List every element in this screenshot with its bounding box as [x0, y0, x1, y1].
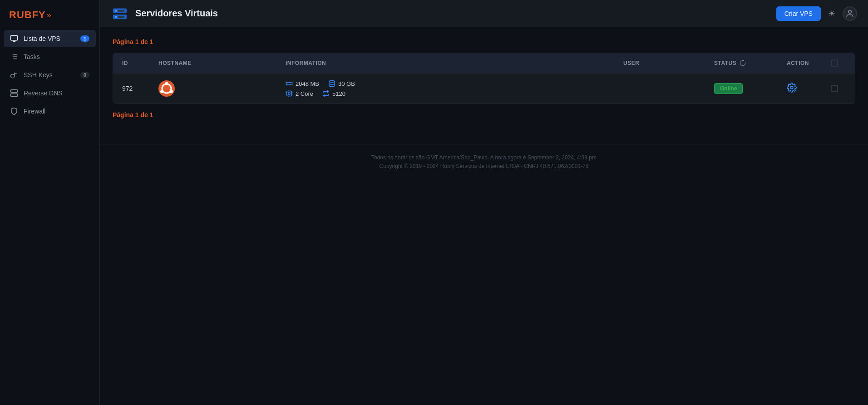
- ram-icon: [286, 80, 293, 87]
- user-avatar[interactable]: [843, 6, 857, 21]
- cell-id: 972: [122, 85, 158, 92]
- svg-point-23: [165, 82, 168, 85]
- logo-text: RUBFY: [9, 9, 46, 21]
- col-action: ACTION: [787, 60, 823, 66]
- svg-point-9: [11, 74, 15, 78]
- info-row-bottom: 2 Core 5120: [286, 90, 623, 97]
- page-header: Servidores Virtuais Criar VPS ☀: [100, 0, 868, 27]
- bandwidth-icon: [322, 90, 330, 97]
- bandwidth-value: 5120: [332, 90, 345, 97]
- col-select-all: [823, 59, 846, 67]
- row-checkbox[interactable]: [831, 85, 838, 92]
- sidebar-item-tasks[interactable]: Tasks: [4, 48, 96, 65]
- svg-point-24: [160, 90, 163, 93]
- content-inner: Página 1 de 1 ID HOSTNAME INFORMATION US…: [100, 27, 868, 137]
- content-area: Página 1 de 1 ID HOSTNAME INFORMATION US…: [100, 27, 868, 405]
- sidebar-item-reverse-dns[interactable]: Reverse DNS: [4, 84, 96, 102]
- disk-icon: [328, 80, 335, 87]
- vps-table: ID HOSTNAME INFORMATION USER STATUS ACTI…: [113, 53, 855, 104]
- disk-value: 30 GB: [338, 80, 355, 87]
- col-information: INFORMATION: [286, 60, 623, 66]
- sidebar-item-label: Firewall: [24, 108, 89, 115]
- pagination-top-total: 1: [150, 38, 153, 45]
- servidores-icon: [111, 5, 129, 23]
- cell-hostname: [158, 80, 286, 97]
- svg-rect-19: [118, 16, 124, 18]
- cell-status: Online: [714, 83, 787, 94]
- sidebar-item-label: Reverse DNS: [24, 89, 89, 97]
- sidebar: RUBFY » Lista de VPS 1 Tasks: [0, 0, 100, 405]
- pagination-bottom: Página 1 de 1: [113, 111, 855, 119]
- sidebar-item-label: Lista de VPS: [24, 35, 75, 42]
- main-content: Servidores Virtuais Criar VPS ☀ Página 1…: [100, 0, 868, 405]
- sidebar-item-firewall[interactable]: Firewall: [4, 103, 96, 120]
- logo-area: RUBFY »: [0, 5, 99, 30]
- ubuntu-icon: [158, 80, 175, 97]
- lista-de-vps-badge: 1: [80, 35, 89, 42]
- dns-icon: [10, 89, 18, 97]
- firewall-icon: [10, 107, 18, 115]
- cell-checkbox: [823, 85, 846, 92]
- col-hostname: HOSTNAME: [158, 60, 286, 66]
- tasks-icon: [10, 53, 18, 61]
- page-title: Servidores Virtuais: [135, 8, 218, 19]
- create-vps-button[interactable]: Criar VPS: [776, 6, 821, 21]
- pagination-bottom-text: Página 1 de: [113, 111, 150, 119]
- action-gear-icon[interactable]: [787, 84, 797, 94]
- svg-rect-29: [288, 93, 290, 94]
- cell-action: [787, 83, 823, 95]
- svg-point-38: [790, 86, 793, 89]
- info-core: 2 Core: [286, 90, 313, 97]
- info-disk: 30 GB: [328, 80, 355, 87]
- header-right: Criar VPS ☀: [776, 6, 857, 21]
- sidebar-item-ssh-keys[interactable]: SSH Keys 0: [4, 66, 96, 84]
- svg-point-20: [848, 10, 852, 13]
- footer-line1: Todos os horários são GMT America/Sao_Pa…: [109, 153, 859, 162]
- logo-arrow-icon: »: [47, 10, 51, 20]
- cpu-icon: [286, 90, 293, 97]
- status-label: STATUS: [714, 60, 736, 66]
- pagination-bottom-total: 1: [150, 111, 153, 119]
- svg-rect-26: [286, 82, 292, 84]
- table-row: 972: [113, 74, 855, 104]
- col-user: USER: [623, 60, 714, 66]
- sidebar-item-lista-de-vps[interactable]: Lista de VPS 1: [4, 30, 96, 47]
- sidebar-item-label: Tasks: [24, 53, 89, 60]
- svg-point-16: [115, 10, 117, 11]
- ram-value: 2048 MB: [296, 80, 319, 87]
- table-header: ID HOSTNAME INFORMATION USER STATUS ACTI…: [113, 53, 855, 74]
- col-status: STATUS: [714, 59, 787, 67]
- svg-rect-28: [287, 91, 292, 96]
- cell-information: 2048 MB 30 GB: [286, 80, 623, 97]
- sidebar-item-label: SSH Keys: [24, 71, 75, 79]
- info-bandwidth: 5120: [322, 90, 345, 97]
- status-badge: Online: [714, 83, 743, 94]
- footer-line2: Copyright © 2019 - 2024 Rubfy Serviços d…: [109, 162, 859, 171]
- svg-rect-10: [11, 90, 18, 93]
- theme-toggle-icon[interactable]: ☀: [828, 9, 835, 19]
- refresh-icon[interactable]: [739, 59, 746, 67]
- svg-point-27: [329, 80, 335, 82]
- ssh-keys-badge: 0: [80, 72, 89, 78]
- pagination-top-text: Página 1 de: [113, 38, 150, 45]
- svg-rect-11: [11, 94, 18, 97]
- header-left: Servidores Virtuais: [111, 5, 218, 23]
- col-id: ID: [122, 60, 158, 66]
- footer: Todos os horários são GMT America/Sao_Pa…: [100, 144, 868, 180]
- svg-rect-18: [118, 10, 124, 11]
- ssh-icon: [10, 71, 18, 79]
- info-ram: 2048 MB: [286, 80, 319, 87]
- pagination-top: Página 1 de 1: [113, 38, 855, 45]
- svg-point-25: [170, 90, 173, 93]
- svg-point-17: [115, 16, 117, 18]
- select-all-checkbox[interactable]: [831, 59, 838, 67]
- sidebar-nav: Lista de VPS 1 Tasks SSH Keys 0: [0, 30, 99, 120]
- core-value: 2 Core: [296, 90, 313, 97]
- monitor-icon: [10, 35, 18, 43]
- info-row-top: 2048 MB 30 GB: [286, 80, 623, 87]
- svg-rect-0: [11, 35, 18, 40]
